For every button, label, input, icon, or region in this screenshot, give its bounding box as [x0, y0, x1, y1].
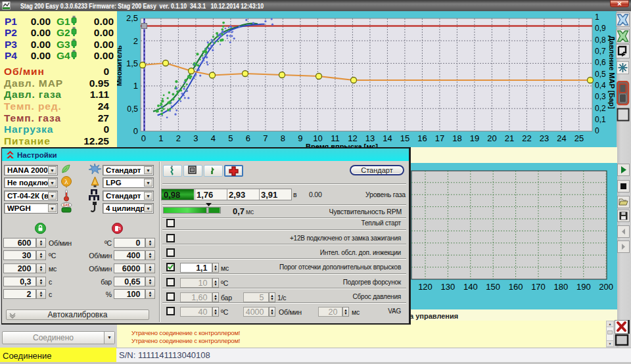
svg-text:0,7: 0,7	[595, 47, 606, 56]
svg-text:1: 1	[595, 12, 599, 22]
svg-text:14: 14	[383, 133, 392, 143]
svg-text:120: 120	[418, 282, 432, 292]
svg-text:20: 20	[487, 133, 496, 143]
svg-text:24: 24	[557, 133, 566, 143]
svg-text:150: 150	[486, 282, 500, 292]
svg-text:21: 21	[505, 133, 514, 143]
svg-text:170: 170	[531, 282, 546, 292]
svg-text:0: 0	[141, 133, 146, 143]
svg-text:1,5: 1,5	[126, 58, 138, 68]
svg-text:1: 1	[158, 133, 163, 143]
svg-text:1: 1	[133, 81, 138, 91]
svg-text:25: 25	[574, 133, 584, 143]
svg-text:140: 140	[463, 282, 478, 292]
svg-text:5: 5	[228, 133, 233, 143]
svg-text:0,3: 0,3	[595, 92, 606, 101]
svg-text:22: 22	[522, 133, 531, 143]
svg-text:6: 6	[246, 133, 250, 143]
svg-text:18: 18	[452, 133, 461, 143]
svg-text:8: 8	[281, 133, 285, 143]
svg-text:0,6: 0,6	[595, 58, 606, 67]
svg-text:λ: λ	[64, 177, 68, 185]
svg-text:0,8: 0,8	[595, 35, 606, 45]
svg-text:180: 180	[554, 282, 569, 292]
svg-text:2,5: 2,5	[126, 13, 138, 23]
svg-text:0,1: 0,1	[595, 115, 606, 124]
svg-text:160: 160	[509, 282, 523, 292]
svg-text:17: 17	[435, 133, 444, 143]
svg-text:0,5: 0,5	[127, 104, 138, 114]
svg-text:0,9: 0,9	[595, 24, 606, 33]
svg-text:Давление MAP [Бар]: Давление MAP [Бар]	[608, 35, 616, 109]
svg-text:130: 130	[441, 282, 456, 292]
svg-text:7: 7	[263, 133, 268, 143]
svg-text:0,5: 0,5	[595, 70, 606, 79]
svg-text:9: 9	[298, 133, 302, 143]
svg-text:2: 2	[176, 133, 181, 143]
svg-text:4: 4	[211, 133, 216, 143]
svg-text:0,2: 0,2	[595, 104, 606, 113]
svg-text:0,4: 0,4	[595, 81, 606, 90]
svg-text:3: 3	[193, 133, 198, 143]
svg-text:23: 23	[540, 133, 549, 143]
svg-text:0: 0	[133, 126, 138, 136]
svg-text:Множитель: Множитель	[117, 45, 123, 86]
svg-text:0: 0	[595, 126, 599, 135]
svg-text:15: 15	[400, 133, 409, 143]
svg-text:190: 190	[576, 282, 591, 292]
svg-text:200: 200	[599, 282, 613, 292]
svg-text:19: 19	[470, 133, 479, 143]
svg-text:2: 2	[133, 36, 138, 46]
svg-text:GAS: GAS	[63, 204, 70, 207]
svg-text:16: 16	[417, 133, 427, 143]
